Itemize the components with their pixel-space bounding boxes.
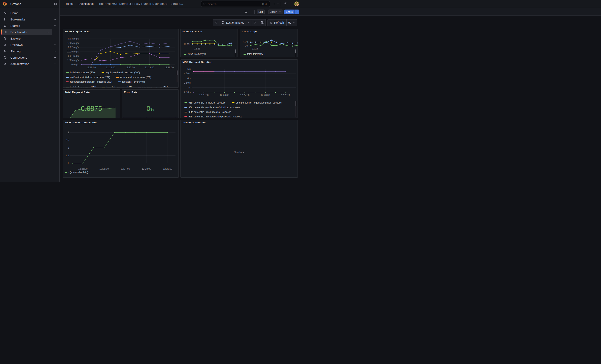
svg-text:0 req/s: 0 req/s [71, 63, 79, 66]
svg-text:12:26:00: 12:26:00 [99, 167, 109, 170]
svg-text:12:26:00: 12:26:00 [106, 66, 115, 69]
svg-text:12:29:00: 12:29:00 [163, 167, 172, 170]
svg-text:2: 2 [68, 147, 69, 149]
svg-text:5 s: 5 s [187, 68, 190, 70]
svg-text:12:25:00: 12:25:00 [78, 167, 88, 170]
svg-text:12:27:00: 12:27:00 [121, 167, 130, 170]
svg-text:12:29:00: 12:29:00 [164, 66, 174, 69]
svg-text:0%: 0% [245, 45, 249, 47]
svg-text:0.005 req/s: 0.005 req/s [67, 59, 79, 62]
svg-text:3 s: 3 s [187, 86, 190, 89]
svg-text:0.025 req/s: 0.025 req/s [67, 42, 79, 45]
svg-text:0.2%: 0.2% [243, 41, 249, 43]
svg-text:4.50 s: 4.50 s [184, 72, 190, 75]
svg-text:12:28:00: 12:28:00 [145, 66, 154, 69]
svg-text:12:28:00: 12:28:00 [261, 94, 270, 97]
svg-text:12:25:00: 12:25:00 [86, 66, 96, 69]
svg-text:12:26:00: 12:26:00 [220, 94, 229, 97]
svg-text:1.5: 1.5 [66, 154, 69, 157]
svg-text:0.03 req/s: 0.03 req/s [68, 37, 79, 40]
svg-text:0.015 req/s: 0.015 req/s [67, 50, 79, 53]
svg-text:12:29:00: 12:29:00 [281, 94, 290, 97]
svg-text:2.5: 2.5 [66, 139, 69, 141]
svg-text:12:25: 12:25 [252, 47, 258, 50]
svg-text:1: 1 [68, 162, 69, 165]
svg-text:12:25: 12:25 [194, 47, 200, 50]
svg-text:12:25:00: 12:25:00 [199, 94, 209, 97]
svg-text:3: 3 [68, 131, 69, 134]
svg-text:4 s: 4 s [187, 77, 190, 80]
svg-text:12:27:00: 12:27:00 [240, 94, 250, 97]
svg-text:12:27:00: 12:27:00 [125, 66, 135, 69]
svg-text:12:28:00: 12:28:00 [142, 167, 151, 170]
svg-text:2.50 s: 2.50 s [184, 91, 190, 94]
svg-text:16 MiB: 16 MiB [184, 43, 191, 46]
svg-text:0.02 req/s: 0.02 req/s [68, 46, 79, 49]
svg-text:0.01 req/s: 0.01 req/s [68, 55, 79, 58]
svg-text:3.50 s: 3.50 s [184, 81, 190, 84]
